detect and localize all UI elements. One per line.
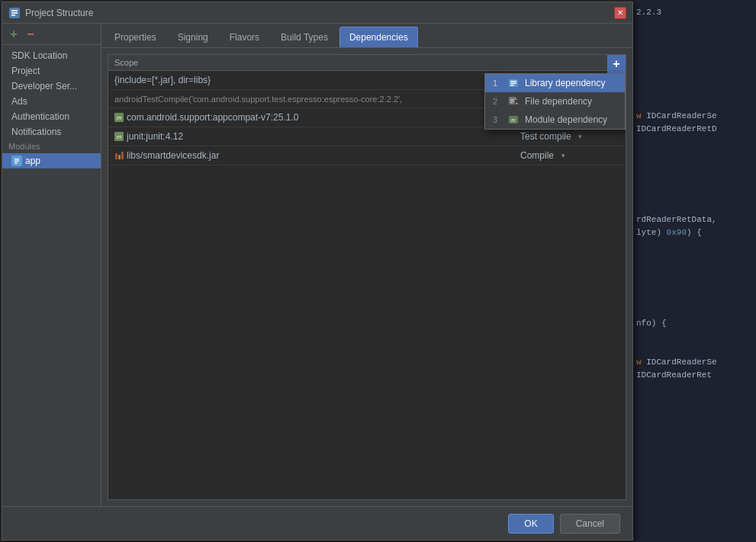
- dropdown-item-number: 3: [493, 115, 502, 124]
- module-dependency-icon: m: [508, 114, 519, 125]
- code-line: IDCardReaderRetD: [636, 123, 751, 136]
- scope-column-header: Scope: [114, 58, 184, 67]
- remove-module-button[interactable]: −: [24, 27, 37, 41]
- code-line: [636, 162, 751, 175]
- sidebar-item-app[interactable]: app: [2, 153, 101, 168]
- add-dependency-dropdown: 1 Library dependency: [484, 73, 626, 130]
- ok-button[interactable]: OK: [508, 514, 553, 534]
- code-line: [636, 149, 751, 162]
- module-icon: m: [114, 132, 124, 141]
- table-row[interactable]: m junit:junit:4.12 Test compile ▾: [108, 127, 626, 146]
- code-line: [636, 19, 751, 32]
- svg-rect-6: [14, 161, 19, 162]
- svg-rect-14: [510, 101, 514, 101]
- sidebar-item-project[interactable]: Project: [2, 63, 101, 79]
- code-line: 2.2.3: [636, 6, 751, 19]
- dialog-title: Project Structure: [25, 8, 93, 18]
- sidebar-item-authentication[interactable]: Authentication: [2, 109, 101, 124]
- sidebar-item-label: Authentication: [11, 111, 69, 122]
- code-line: lyte) 0x90) {: [636, 226, 751, 239]
- svg-rect-7: [14, 162, 18, 164]
- sidebar-item-notifications[interactable]: Notifications: [2, 124, 101, 140]
- scope-value: Test compile: [520, 131, 571, 142]
- table-row[interactable]: libs/smartdevicesdk.jar Compile ▾: [108, 146, 626, 165]
- dependency-label: androidTestCompile('com.android.support.…: [114, 95, 402, 104]
- code-line: [636, 343, 751, 356]
- dependency-name: libs/smartdevicesdk.jar: [114, 150, 520, 161]
- code-line: rdReaderRetData,: [636, 213, 751, 226]
- dependency-label: libs/smartdevicesdk.jar: [127, 150, 219, 161]
- dependency-name: {include=[*.jar], dir=libs}: [114, 75, 520, 85]
- code-line: [636, 252, 751, 265]
- svg-rect-15: [510, 102, 513, 103]
- table-header: Scope: [108, 55, 626, 71]
- scope-dropdown-button[interactable]: ▾: [574, 130, 587, 143]
- svg-text:m: m: [511, 117, 516, 123]
- code-line: [636, 200, 751, 213]
- sidebar-item-sdk-location[interactable]: SDK Location: [2, 48, 101, 63]
- code-line: w IDCardReaderSe: [636, 110, 751, 123]
- code-line: [636, 175, 751, 188]
- tab-properties[interactable]: Properties: [105, 27, 166, 47]
- code-line: w IDCardReaderSe: [636, 356, 751, 369]
- tab-build-types[interactable]: Build Types: [271, 27, 338, 47]
- code-editor-background: 2.2.3 w IDCardReaderSe IDCardReaderRetD …: [632, 0, 756, 542]
- title-controls: ✕: [614, 7, 626, 19]
- sidebar-items-list: SDK Location Project Developer Ser... Ad…: [2, 45, 101, 506]
- sidebar-item-developer-services[interactable]: Developer Ser...: [2, 79, 101, 94]
- library-dependency-icon: [508, 78, 519, 88]
- code-line: [636, 97, 751, 110]
- add-dependency-button[interactable]: +: [607, 55, 626, 73]
- main-content: Properties Signing Flavors Build Types D…: [101, 24, 632, 506]
- content-panel: Scope + 1: [101, 48, 632, 506]
- code-line: [636, 291, 751, 304]
- dropdown-item-library[interactable]: 1 Library dependency: [485, 74, 625, 92]
- code-line: [636, 265, 751, 278]
- close-button[interactable]: ✕: [614, 7, 626, 19]
- code-line: IDCardReaderRet: [636, 369, 751, 382]
- dialog-footer: OK Cancel: [2, 506, 632, 540]
- dropdown-item-number: 1: [493, 79, 502, 88]
- code-line: [636, 239, 751, 252]
- dropdown-item-file[interactable]: 2: [485, 92, 625, 111]
- tab-bar: Properties Signing Flavors Build Types D…: [101, 24, 632, 48]
- tab-dependencies[interactable]: Dependencies: [339, 27, 418, 47]
- scope-header-label: Scope: [114, 58, 138, 67]
- code-line: [636, 71, 751, 84]
- tab-flavors[interactable]: Flavors: [220, 27, 269, 47]
- sidebar-item-label: SDK Location: [11, 50, 67, 61]
- svg-rect-13: [510, 99, 514, 100]
- scope-value: Compile: [520, 150, 554, 161]
- app-icon: [11, 156, 22, 166]
- dependency-label: com.android.support:appcompat-v7:25.1.0: [127, 112, 298, 123]
- dialog-body: + − SDK Location Project Developer Ser..…: [2, 24, 632, 506]
- svg-rect-17: [516, 103, 518, 104]
- sidebar-modules-label: Modules: [2, 140, 101, 153]
- tab-signing[interactable]: Signing: [168, 27, 218, 47]
- svg-rect-3: [11, 14, 15, 16]
- code-line: nfo) {: [636, 317, 751, 330]
- sidebar: + − SDK Location Project Developer Ser..…: [2, 24, 101, 506]
- sidebar-item-label: app: [25, 156, 40, 166]
- sidebar-item-ads[interactable]: Ads: [2, 94, 101, 109]
- sidebar-toolbar: + −: [2, 24, 101, 45]
- add-module-button[interactable]: +: [7, 27, 21, 41]
- svg-rect-2: [11, 12, 18, 14]
- cancel-button[interactable]: Cancel: [560, 514, 620, 534]
- code-line: [636, 32, 751, 45]
- project-structure-dialog: Project Structure ✕ + − SDK Location Pro…: [2, 2, 633, 540]
- dependencies-list: {include=[*.jar], dir=libs} Compile ▾ an…: [108, 71, 626, 494]
- jar-icon: [114, 151, 124, 160]
- sidebar-item-label: Notifications: [11, 127, 61, 137]
- svg-rect-11: [510, 85, 514, 86]
- code-line: [636, 304, 751, 317]
- sidebar-item-label: Ads: [11, 96, 27, 107]
- dependency-name: m junit:junit:4.12: [114, 131, 520, 142]
- dropdown-item-module[interactable]: 3 m Module dependency: [485, 111, 625, 129]
- svg-rect-5: [14, 159, 19, 160]
- dependency-scope: Test compile ▾: [520, 130, 619, 143]
- scope-dropdown-button[interactable]: ▾: [557, 149, 569, 162]
- sidebar-item-label: Project: [11, 66, 40, 76]
- dropdown-item-label: File dependency: [525, 96, 592, 107]
- svg-rect-10: [510, 83, 516, 85]
